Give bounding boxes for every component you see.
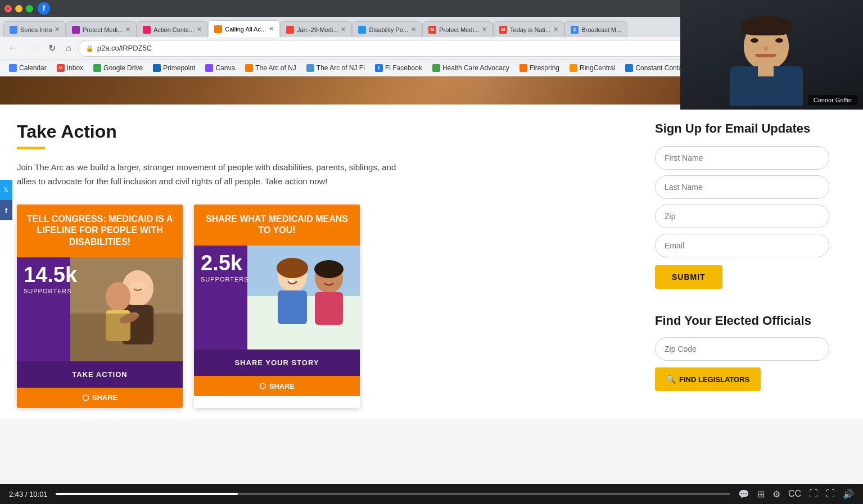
back-button[interactable]: ← (4, 40, 21, 56)
reload-button[interactable]: ↻ (45, 40, 59, 56)
card1-supporters-label: SUPPORTERS (24, 288, 77, 294)
svg-rect-6 (70, 314, 183, 361)
card2-stats: 2.5k SUPPORTERS (201, 252, 249, 283)
tab-favicon (358, 26, 366, 34)
tab-close-icon[interactable]: ✕ (197, 26, 202, 33)
google-drive-icon (93, 64, 101, 72)
take-action-button[interactable]: TAKE ACTION (17, 361, 183, 388)
calendar-icon (9, 64, 17, 72)
card2-number: 2.5k (201, 252, 249, 274)
card1-share-label: SHARE (92, 393, 118, 402)
tab-close-icon[interactable]: ✕ (55, 26, 60, 33)
tab-protect-medi2[interactable]: M Protect Medi... ✕ (422, 21, 493, 37)
bookmark-arc-nj[interactable]: The Arc of NJ (241, 62, 301, 74)
tell-congress-card: TELL CONGRESS: MEDICAID IS A LIFELINE FO… (17, 205, 183, 408)
submit-button[interactable]: SUBMIT (655, 265, 722, 289)
canva-icon (205, 64, 213, 72)
tab-action-center[interactable]: Action Cente... ✕ (137, 21, 208, 37)
card2-body: 2.5k SUPPORTERS (194, 246, 360, 349)
tab-close-icon[interactable]: ✕ (482, 26, 487, 33)
tab-disability-po[interactable]: Disability Po... ✕ (352, 21, 422, 37)
card2-share-bar[interactable]: ⬡ SHARE (194, 376, 360, 396)
first-name-group (655, 146, 829, 170)
bookmark-google-drive[interactable]: Google Drive (89, 62, 147, 74)
tab-favicon: Z (571, 26, 579, 34)
first-name-input[interactable] (655, 146, 829, 170)
bookmark-ringcentral[interactable]: RingCentral (565, 62, 620, 74)
tab-label: Series Intro (20, 26, 52, 33)
social-sidebar: 𝕏 f (0, 180, 12, 220)
tab-today-is-nat[interactable]: M Today is Nati... ✕ (493, 21, 564, 37)
bookmark-fi-facebook[interactable]: f Fi Facebook (370, 62, 427, 74)
bookmark-primepoint[interactable]: Primepoint (148, 62, 200, 74)
tab-close-icon[interactable]: ✕ (125, 26, 130, 33)
card2-share-label: SHARE (269, 382, 295, 391)
tab-broadcast[interactable]: Z Broadcast M... (564, 21, 627, 37)
video-feed: Connor Griffin (680, 0, 863, 110)
zip-group (655, 205, 829, 228)
page-title: Take Action (17, 121, 632, 142)
tab-jan29[interactable]: Jan.-29-Medi... ✕ (280, 21, 352, 37)
tab-calling-all[interactable]: Calling All Ac... ✕ (208, 20, 280, 37)
card1-image (70, 257, 183, 361)
last-name-input[interactable] (655, 175, 829, 199)
bookmark-canva[interactable]: Canva (201, 62, 240, 74)
share-icon: ⬡ (82, 393, 89, 402)
settings-button[interactable]: ⚙ (772, 489, 780, 500)
action-cards-container: TELL CONGRESS: MEDICAID IS A LIFELINE FO… (17, 205, 632, 408)
zip-input[interactable] (655, 205, 829, 228)
card1-body: 14.5k SUPPORTERS (17, 257, 183, 361)
bookmark-firespring[interactable]: Firespring (515, 62, 564, 74)
card1-title: TELL CONGRESS: MEDICAID IS A LIFELINE FO… (25, 214, 175, 248)
bookmark-inbox[interactable]: M Inbox (52, 62, 88, 74)
find-legislators-button[interactable]: 🔍 FIND LEGISLATORS (655, 367, 761, 391)
card1-share-bar[interactable]: ⬡ SHARE (17, 388, 183, 408)
bookmark-calendar[interactable]: Calendar (4, 62, 51, 74)
tab-label: Today is Nati... (510, 26, 550, 33)
bookmark-health-care[interactable]: Health Care Advocacy (428, 62, 514, 74)
maximize-button[interactable] (26, 5, 33, 12)
gallery-button[interactable]: ⊞ (757, 489, 765, 500)
twitter-share-button[interactable]: 𝕏 (0, 180, 12, 200)
captions-button[interactable]: 💬 (738, 489, 749, 500)
zip-code-group (655, 337, 829, 361)
fullscreen-button[interactable]: ⛶ (826, 489, 835, 499)
minimize-button[interactable] (15, 5, 22, 12)
tab-series-intro[interactable]: Series Intro ✕ (3, 21, 66, 37)
tab-close-icon[interactable]: ✕ (269, 25, 274, 33)
tab-label: Broadcast M... (581, 26, 621, 33)
close-button[interactable]: ✕ (4, 5, 12, 12)
inbox-icon: M (57, 64, 65, 72)
share-story-card: SHARE WHAT MEDICAID MEANS TO YOU! 2.5k S… (194, 205, 360, 408)
card2-header: SHARE WHAT MEDICAID MEANS TO YOU! (194, 205, 360, 246)
bookmark-arc-nj-fi[interactable]: The Arc of NJ Fi (302, 62, 369, 74)
card2-image (247, 246, 360, 349)
url-text: p2a.co/lRPDZ5C (97, 44, 152, 52)
tab-protect-medi[interactable]: Protect Medi... ✕ (66, 21, 137, 37)
status-bar: 2:43 / 10:01 💬 ⊞ ⚙ CC ⛶ ⛶ 🔊 (0, 484, 863, 504)
tab-close-icon[interactable]: ✕ (411, 26, 416, 33)
share-story-button[interactable]: SHARE YOUR STORY (194, 349, 360, 376)
forward-button[interactable]: → (25, 40, 42, 56)
subtitles-button[interactable]: CC (788, 489, 801, 499)
tab-label: Disability Po... (369, 26, 408, 33)
volume-button[interactable]: 🔊 (843, 489, 854, 500)
card2-supporters-label: SUPPORTERS (201, 276, 249, 283)
home-button[interactable]: ⌂ (62, 41, 75, 56)
tab-close-icon[interactable]: ✕ (341, 26, 346, 33)
progress-bar-container[interactable] (56, 493, 730, 495)
zip-code-input[interactable] (655, 337, 829, 361)
playback-time: 2:43 / 10:01 (9, 490, 48, 498)
facebook-share-button[interactable]: f (0, 200, 12, 220)
tab-label: Protect Medi... (83, 26, 123, 33)
find-officials-section: Find Your Elected Officials 🔍 FIND LEGIS… (655, 314, 829, 391)
email-input[interactable] (655, 234, 829, 257)
right-sidebar: Sign Up for Email Updates SUBMIT Find Yo… (655, 121, 829, 408)
tab-close-icon[interactable]: ✕ (553, 26, 558, 33)
svg-rect-13 (315, 292, 343, 325)
tab-label: Calling All Ac... (225, 26, 266, 33)
tab-favicon (143, 26, 151, 34)
tab-favicon (10, 26, 17, 34)
screen-share-button[interactable]: ⛶ (809, 489, 818, 499)
tab-favicon (286, 26, 294, 34)
